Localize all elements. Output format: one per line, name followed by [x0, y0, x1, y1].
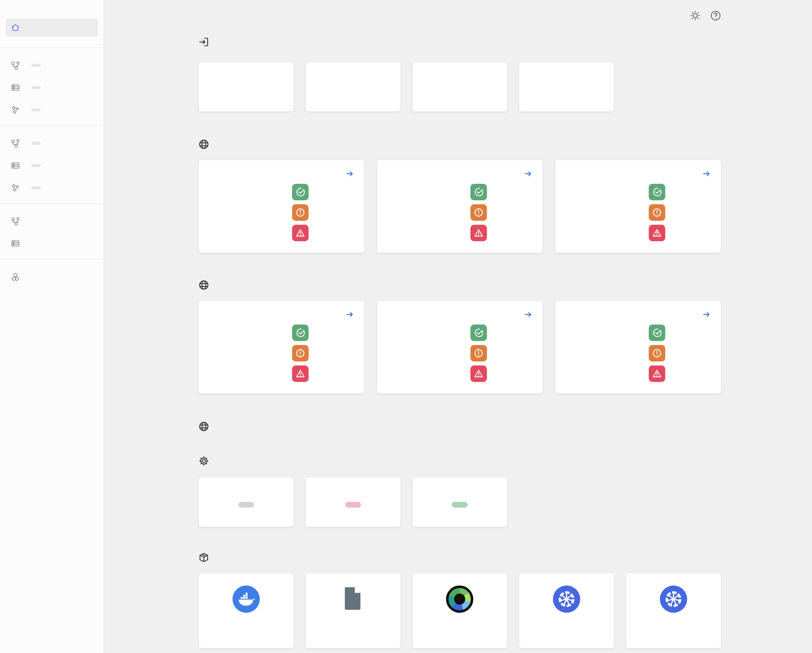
arrow-right-icon: [524, 310, 533, 319]
errors-stat-row: [292, 365, 354, 382]
explore-link[interactable]: [699, 310, 711, 319]
entrypoints-title: [198, 37, 721, 47]
warning-circle-icon: [470, 204, 487, 221]
explore-link[interactable]: [521, 170, 533, 178]
warnings-stat-row: [470, 345, 533, 361]
package-icon: [198, 552, 209, 563]
count-badge: [32, 186, 41, 189]
entrypoint-card-traefik: [198, 62, 294, 112]
count-badge: [32, 64, 41, 67]
home-icon: [11, 23, 20, 32]
arrow-right-icon: [702, 310, 711, 319]
marathon-icon: [446, 586, 473, 613]
http-routers-card: [198, 160, 365, 253]
sidebar-item-tcp-services[interactable]: [0, 161, 104, 170]
sidebar-item-tcp-routers[interactable]: [0, 139, 104, 148]
help-icon[interactable]: [710, 10, 721, 21]
success-stat-row: [292, 324, 354, 341]
feature-value-badge: [238, 502, 254, 508]
error-triangle-icon: [649, 365, 665, 382]
features-title: [198, 456, 721, 466]
count-badge: [32, 109, 41, 111]
theme-toggle-sun-icon[interactable]: [690, 10, 701, 21]
udp-title: [198, 421, 721, 432]
explore-link[interactable]: [699, 170, 711, 178]
sidebar-divider: [0, 203, 104, 203]
plugins-icon: [11, 272, 20, 281]
explore-link[interactable]: [521, 310, 533, 319]
entrypoint-card-web-mtls: [412, 62, 508, 112]
sidebar-item-http-routers[interactable]: [0, 61, 104, 70]
feature-card-metrics: [305, 477, 401, 527]
arrow-right-icon: [345, 170, 354, 178]
error-triangle-icon: [292, 225, 308, 241]
tcp-middlewares-card: [555, 300, 721, 394]
sidebar-item-dashboard[interactable]: [6, 19, 98, 37]
sidebar-item-udp-routers[interactable]: [0, 216, 104, 226]
http-middlewares-card: [555, 160, 721, 253]
providers-section: [198, 552, 721, 648]
sidebar-divider: [0, 125, 104, 125]
sidebar-item-tcp-middlewares[interactable]: [0, 183, 104, 193]
login-icon: [198, 37, 209, 47]
globe-icon: [198, 421, 209, 432]
tcp-section: [198, 280, 721, 394]
features-section: [198, 456, 721, 527]
success-stat-row: [470, 184, 533, 200]
error-triangle-icon: [470, 365, 487, 382]
warning-circle-icon: [470, 345, 487, 361]
provider-card-file: [305, 573, 401, 648]
entrypoints-section: [198, 37, 721, 112]
entrypoint-card-web: [305, 62, 401, 112]
sidebar-divider: [0, 47, 104, 48]
explore-link[interactable]: [343, 170, 354, 178]
traefik-dashboard: [0, 0, 812, 653]
errors-stat-row: [649, 225, 711, 241]
sidebar-divider: [0, 259, 104, 259]
kubernetes-icon: [660, 586, 687, 613]
warning-circle-icon: [292, 345, 308, 361]
sidebar-item-plugins[interactable]: [0, 272, 104, 281]
feature-value-badge: [452, 502, 467, 508]
explore-link[interactable]: [343, 310, 354, 319]
entrypoint-card-web-redirect: [519, 62, 614, 112]
file-icon: [343, 586, 363, 612]
sidebar-item-http-services[interactable]: [0, 83, 104, 92]
success-stat-row: [649, 184, 711, 200]
globe-icon: [198, 139, 209, 150]
error-triangle-icon: [292, 365, 308, 382]
providers-title: [198, 552, 721, 563]
gear-icon: [198, 456, 209, 466]
donut-chart: [216, 185, 270, 240]
http-services-card: [377, 160, 543, 253]
warnings-stat-row: [649, 204, 711, 221]
success-check-icon: [470, 324, 487, 341]
errors-stat-row: [470, 225, 533, 241]
donut-chart: [394, 326, 449, 381]
topbar: [198, 10, 721, 22]
sidebar-item-http-middlewares[interactable]: [0, 105, 104, 115]
routers-icon: [11, 216, 20, 226]
success-check-icon: [649, 324, 665, 341]
success-check-icon: [649, 184, 665, 200]
provider-card-kubernetescrd: [626, 573, 721, 648]
sidebar-item-udp-services[interactable]: [0, 239, 104, 248]
services-icon: [11, 239, 20, 248]
kubernetes-icon: [553, 586, 580, 613]
arrow-right-icon: [702, 170, 711, 178]
errors-stat-row: [649, 365, 711, 382]
error-triangle-icon: [470, 225, 487, 241]
warning-circle-icon: [292, 204, 308, 221]
warnings-stat-row: [292, 204, 354, 221]
success-stat-row: [470, 324, 533, 341]
provider-card-kubernetesingress: [519, 573, 614, 648]
success-check-icon: [292, 184, 308, 200]
error-triangle-icon: [649, 225, 665, 241]
success-stat-row: [649, 324, 711, 341]
routers-icon: [11, 139, 20, 148]
middlewares-icon: [11, 105, 20, 115]
warnings-stat-row: [470, 204, 533, 221]
services-icon: [11, 161, 20, 170]
provider-card-marathon: [412, 573, 508, 648]
globe-icon: [198, 280, 209, 291]
